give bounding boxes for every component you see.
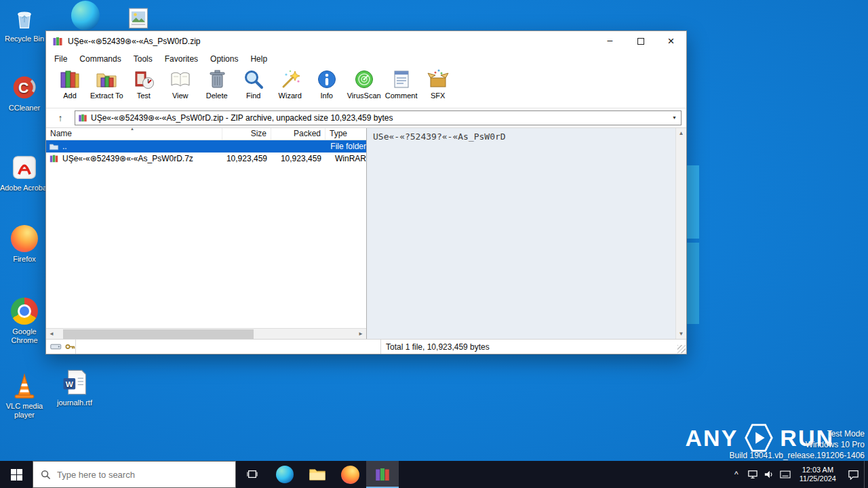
drive-icon: [50, 342, 62, 351]
file-name: ..: [62, 142, 67, 151]
edge-icon: [276, 466, 294, 483]
toolbar-wizard-button[interactable]: Wizard: [272, 68, 309, 106]
taskbar-winrar-button[interactable]: [366, 461, 399, 488]
desktop-icon-recycle-bin[interactable]: Recycle Bin: [0, 4, 50, 43]
menu-commands[interactable]: Commands: [73, 52, 127, 66]
desktop-icon-label: Firefox: [13, 255, 36, 264]
tray-chevron-up-icon[interactable]: ^: [728, 461, 745, 488]
up-one-level-button[interactable]: ↑: [52, 113, 68, 123]
toolbar-view-button[interactable]: View: [162, 68, 199, 106]
menu-favorites[interactable]: Favorites: [159, 52, 204, 66]
test-mode-label: Test Mode: [730, 428, 865, 439]
toolbar-test-button[interactable]: Test: [125, 68, 162, 106]
system-tray: ^ 12:03 AM: [728, 461, 868, 488]
desktop: Recycle Bin C CCleaner: [0, 0, 868, 488]
scroll-right-icon[interactable]: ►: [355, 331, 366, 337]
toolbar-delete-button[interactable]: Delete: [199, 68, 235, 106]
title-bar[interactable]: UŞe«-«⊛52439⊛«-«As_PsW0rD.zip – ×: [46, 31, 686, 52]
file-name: UŞe«-«⊛52439⊛«-«As_PsW0rD.7z: [62, 154, 193, 163]
toolbar-info-button[interactable]: Info: [309, 68, 345, 106]
column-headers: Name ▲ Size Packed Type: [46, 128, 366, 140]
scrollbar-thumb[interactable]: [63, 329, 254, 339]
toolbar-comment-button[interactable]: Comment: [383, 68, 420, 106]
file-row-archive[interactable]: UŞe«-«⊛52439⊛«-«As_PsW0rD.7z 10,923,459 …: [46, 152, 366, 165]
search-input[interactable]: [57, 470, 228, 480]
scroll-down-icon[interactable]: ▼: [679, 331, 684, 337]
tray-speaker-icon[interactable]: [761, 461, 777, 488]
maximize-button[interactable]: [625, 31, 656, 52]
toolbar-button-label: Delete: [206, 92, 228, 100]
vertical-scrollbar[interactable]: ▲ ▼: [675, 128, 686, 339]
minimize-button[interactable]: –: [595, 31, 625, 52]
delete-icon: [206, 68, 228, 90]
winrar-icon: [374, 466, 391, 483]
taskbar-firefox-button[interactable]: [334, 461, 366, 488]
taskbar-edge-button[interactable]: [269, 461, 301, 488]
folder-icon: [49, 142, 59, 151]
address-combobox[interactable]: UŞe«-«⊛52439⊛«-«As_PsW0rD.zip - ZIP arch…: [75, 110, 682, 125]
build-label: Build 19041.vb_release.191206-1406: [730, 450, 865, 461]
menu-options[interactable]: Options: [204, 52, 244, 66]
toolbar-add-button[interactable]: Add: [52, 68, 88, 106]
action-center-button[interactable]: [842, 461, 864, 488]
winrar-app-icon: [52, 36, 63, 47]
taskbar-clock[interactable]: 12:03 AM 11/25/2024: [793, 466, 842, 483]
toolbar-button-label: Info: [321, 92, 333, 100]
menu-help[interactable]: Help: [244, 52, 273, 66]
scrollbar-track[interactable]: [57, 329, 355, 340]
wizard-icon: [279, 68, 301, 90]
cell-type: WinRAR: [326, 154, 366, 163]
toolbar-find-button[interactable]: Find: [235, 68, 272, 106]
menu-file[interactable]: File: [48, 52, 73, 66]
file-list-panel: Name ▲ Size Packed Type ..: [46, 128, 367, 339]
column-header-type[interactable]: Type: [326, 128, 366, 140]
scroll-up-icon[interactable]: ▲: [679, 130, 684, 136]
task-view-button[interactable]: [236, 461, 269, 488]
ccleaner-icon: C: [10, 73, 39, 102]
desktop-icon-vlc[interactable]: VLC media player: [0, 371, 50, 420]
column-header-packed[interactable]: Packed: [271, 128, 326, 140]
toolbar-button-label: SFX: [431, 92, 445, 100]
status-bar: Total 1 file, 10,923,459 bytes: [46, 339, 686, 354]
desktop-icon-chrome[interactable]: Google Chrome: [0, 297, 50, 345]
taskbar-search[interactable]: [33, 461, 236, 488]
toolbar-button-label: View: [172, 92, 189, 100]
tray-keyboard-icon[interactable]: [777, 461, 793, 488]
toolbar-sfx-button[interactable]: SFX: [420, 68, 456, 106]
taskbar-explorer-button[interactable]: [301, 461, 334, 488]
status-spacer-cell: [76, 340, 381, 354]
winrar-window: UŞe«-«⊛52439⊛«-«As_PsW0rD.zip – × File C…: [45, 30, 687, 354]
desktop-icon-edge[interactable]: [60, 1, 111, 30]
desktop-icon-adobe-acrobat[interactable]: Adobe Acrobat: [0, 153, 50, 192]
desktop-icon-journalh-rtf[interactable]: W journalh.rtf: [49, 368, 100, 407]
show-desktop-button[interactable]: [864, 461, 868, 488]
menu-tools[interactable]: Tools: [127, 52, 159, 66]
horizontal-scrollbar[interactable]: ◄ ►: [46, 328, 366, 339]
clock-time: 12:03 AM: [800, 466, 836, 474]
toolbar-extract-to-button[interactable]: Extract To: [88, 68, 125, 106]
column-header-name[interactable]: Name ▲: [46, 128, 222, 140]
toolbar-virusscan-button[interactable]: VirusScan: [345, 68, 383, 106]
file-row-parent-dir[interactable]: .. File folder: [46, 140, 366, 152]
comment-icon: [391, 68, 412, 90]
address-dropdown-button[interactable]: ▼: [669, 112, 680, 124]
menu-bar: File Commands Tools Favorites Options He…: [46, 52, 686, 66]
close-icon: ×: [668, 35, 675, 48]
column-label: Packed: [294, 129, 321, 138]
toolbar: Add Extract To Test: [46, 66, 686, 108]
scroll-left-icon[interactable]: ◄: [46, 331, 57, 337]
desktop-icon-firefox[interactable]: Firefox: [0, 224, 50, 264]
comment-panel: USe«-«?52439?«-«As_PsW0rD ▲ ▼: [367, 128, 686, 339]
close-button[interactable]: ×: [656, 31, 686, 52]
maximize-icon: [637, 38, 644, 45]
file-rows: .. File folder UŞe: [46, 140, 366, 328]
firefox-icon: [10, 224, 39, 253]
desktop-icon-image-file[interactable]: [113, 4, 164, 33]
column-header-size[interactable]: Size: [222, 128, 271, 140]
window-main-area: Name ▲ Size Packed Type ..: [46, 127, 686, 339]
resize-grip[interactable]: [677, 345, 686, 353]
desktop-icon-ccleaner[interactable]: C CCleaner: [0, 73, 50, 113]
tray-network-icon[interactable]: [745, 461, 761, 488]
start-button[interactable]: [0, 461, 33, 488]
image-file-icon: [124, 4, 153, 33]
